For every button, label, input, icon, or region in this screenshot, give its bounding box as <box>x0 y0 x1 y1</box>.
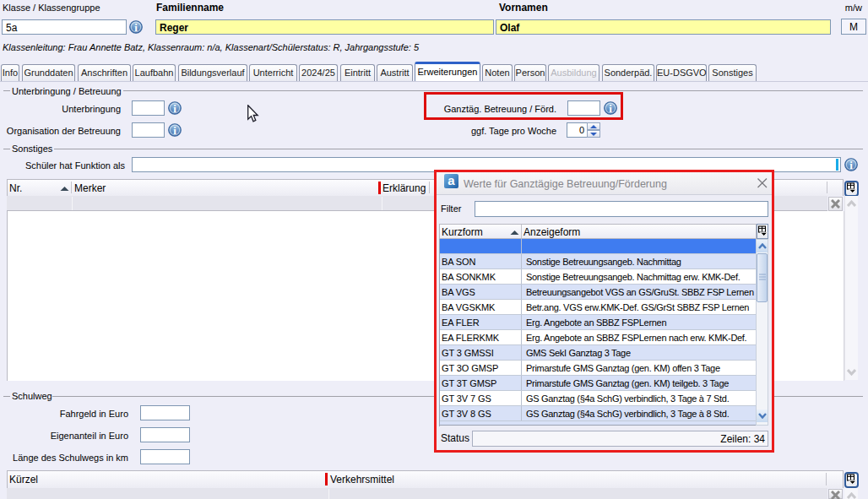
svg-text:i: i <box>609 102 612 115</box>
svg-text:i: i <box>173 102 176 115</box>
svg-text:i: i <box>134 21 138 34</box>
svg-text:i: i <box>849 159 853 171</box>
svg-text:i: i <box>173 124 176 137</box>
